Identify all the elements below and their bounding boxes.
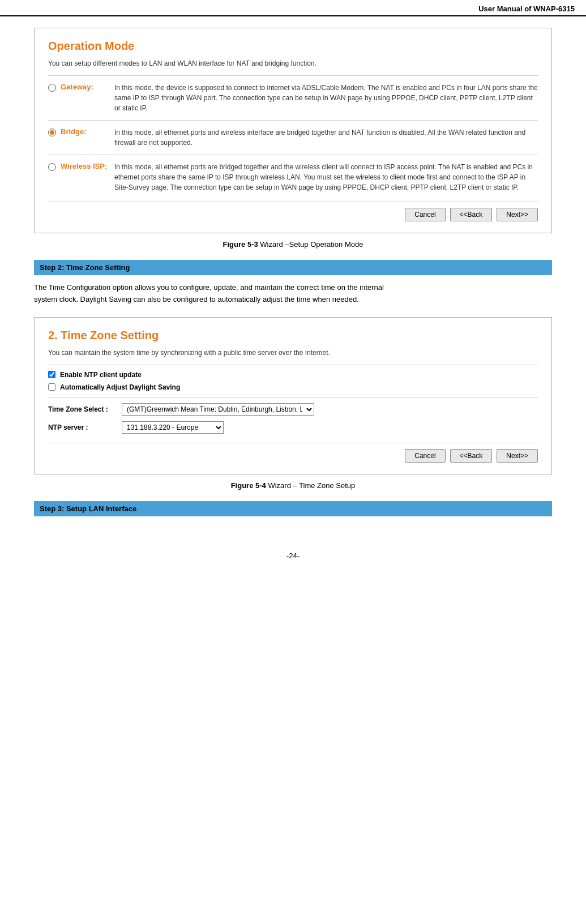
back-button-2[interactable]: <<Back	[450, 449, 493, 463]
daylight-checkbox-label: Automatically Adjust Daylight Saving	[60, 383, 180, 391]
cancel-button-2[interactable]: Cancel	[405, 449, 445, 463]
time-zone-title: 2. Time Zone Setting	[48, 329, 538, 342]
figure3-text: Wizard –Setup Operation Mode	[260, 240, 363, 249]
figure4-caption: Figure 5-4 Wizard – Time Zone Setup	[34, 481, 552, 490]
wireless-isp-radio[interactable]	[48, 163, 56, 171]
next-button-1[interactable]: Next>>	[497, 208, 538, 221]
page-number: -24-	[286, 551, 300, 560]
next-button-2[interactable]: Next>>	[497, 449, 538, 463]
timezone-label: Time Zone Select :	[48, 405, 122, 413]
daylight-checkbox-row: Automatically Adjust Daylight Saving	[48, 383, 538, 391]
gateway-radio[interactable]	[48, 84, 56, 92]
cancel-button-1[interactable]: Cancel	[405, 208, 445, 221]
wireless-isp-mode-row: Wireless ISP: In this mode, all ethernet…	[48, 162, 538, 192]
timezone-row: Time Zone Select : (GMT)Greenwich Mean T…	[48, 403, 538, 416]
bridge-label: Bridge:	[61, 127, 114, 136]
operation-mode-subtitle: You can setup different modes to LAN and…	[48, 59, 538, 67]
operation-mode-title: Operation Mode	[48, 40, 538, 53]
wireless-isp-desc: In this mode, all ethernet ports are bri…	[114, 162, 538, 192]
back-button-1[interactable]: <<Back	[450, 208, 493, 221]
bridge-desc: In this mode, all ethernet ports and wir…	[114, 127, 538, 148]
page-content: Operation Mode You can setup different m…	[0, 16, 586, 534]
ntp-server-label: NTP server :	[48, 424, 122, 431]
time-zone-buttons: Cancel <<Back Next>>	[48, 443, 538, 463]
gateway-desc: In this mode, the device is supposed to …	[114, 83, 538, 113]
figure4-text: Wizard – Time Zone Setup	[268, 481, 355, 490]
ntp-server-select[interactable]: 131.188.3.220 - Europe	[122, 421, 224, 434]
step2-body: The Time Configuration option allows you…	[34, 282, 552, 306]
step3-header: Step 3: Setup LAN Interface	[34, 501, 552, 516]
daylight-checkbox[interactable]	[48, 383, 55, 391]
page-footer: -24-	[0, 551, 586, 566]
document-title: User Manual of WNAP-6315	[478, 5, 575, 13]
figure4-label: Figure 5-4	[231, 481, 266, 490]
timezone-select[interactable]: (GMT)Greenwich Mean Time: Dublin, Edinbu…	[122, 403, 314, 416]
bridge-mode-row: Bridge: In this mode, all ethernet ports…	[48, 127, 538, 148]
wireless-isp-label: Wireless ISP:	[61, 162, 114, 170]
ntp-checkbox-label: Enable NTP client update	[60, 371, 142, 379]
ntp-server-row: NTP server : 131.188.3.220 - Europe	[48, 421, 538, 434]
step2-header: Step 2: Time Zone Setting	[34, 260, 552, 275]
bridge-radio[interactable]	[48, 129, 56, 136]
operation-mode-box: Operation Mode You can setup different m…	[34, 28, 552, 233]
page-header: User Manual of WNAP-6315	[0, 0, 586, 16]
ntp-checkbox[interactable]	[48, 371, 55, 378]
figure3-label: Figure 5-3	[223, 240, 258, 249]
ntp-checkbox-row: Enable NTP client update	[48, 371, 538, 379]
figure3-caption: Figure 5-3 Wizard –Setup Operation Mode	[34, 240, 552, 249]
gateway-mode-row: Gateway: In this mode, the device is sup…	[48, 83, 538, 113]
time-zone-subtitle: You can maintain the system time by sync…	[48, 349, 538, 357]
gateway-label: Gateway:	[61, 83, 114, 91]
operation-mode-buttons: Cancel <<Back Next>>	[48, 202, 538, 221]
time-zone-box: 2. Time Zone Setting You can maintain th…	[34, 317, 552, 474]
